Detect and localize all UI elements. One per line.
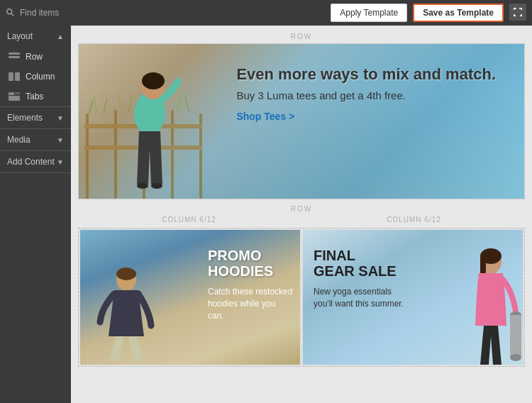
svg-line-1 [11,13,13,16]
svg-line-10 [94,96,96,112]
expand-button[interactable] [509,4,526,21]
search-placeholder[interactable]: Find items [20,8,59,18]
promo-title: PROMO HOODIES [208,248,293,279]
chevron-down-icon: ▼ [57,114,64,122]
bottom-row-label: ROW [78,205,525,213]
svg-rect-29 [510,315,521,358]
apply-template-button[interactable]: Apply Template [331,4,407,22]
row-icon [9,53,20,61]
toolbar-buttons: Apply Template Save as Template [331,4,526,22]
chevron-up-icon: ▲ [57,33,64,40]
bottom-section: ROW COLUMN 6/12 COLUMN 6/12 [78,205,525,367]
add-content-label: Add Content [7,157,55,167]
svg-point-24 [116,267,136,280]
media-section-header[interactable]: Media ▼ [0,129,71,150]
gear-text-area: FINAL GEAR SALE New yoga essentials you'… [314,248,406,310]
toolbar: Find items Apply Template Save as Templa… [0,0,532,26]
hero-subtext: Buy 3 Luma tees and get a 4th free. [236,89,496,101]
svg-point-21 [137,183,148,189]
sidebar-section-elements: Elements ▼ [0,107,71,129]
promo-text-area: PROMO HOODIES Catch these restocked hood… [208,248,293,321]
hero-text-area: Even more ways to mix and match. Buy 3 L… [236,65,496,123]
main-area: Layout ▲ Row Column [0,26,532,403]
elements-label: Elements [7,113,43,123]
hero-headline: Even more ways to mix and match. [236,65,496,84]
content-area: ROW [71,26,532,403]
layout-label: Layout [7,31,33,41]
search-icon [6,8,16,18]
sidebar-section-layout: Layout ▲ Row Column [0,26,71,107]
col-labels-row: COLUMN 6/12 COLUMN 6/12 [78,216,525,223]
elements-section-header[interactable]: Elements ▼ [0,107,71,128]
sidebar-item-row-label: Row [26,52,43,62]
promo-person-figure [87,244,165,365]
sidebar-item-column[interactable]: Column [0,67,71,87]
col-left-label: COLUMN 6/12 [78,216,300,223]
promo-hoodies-card[interactable]: PROMO HOODIES Catch these restocked hood… [80,230,300,365]
sidebar: Layout ▲ Row Column [0,26,71,403]
save-as-template-button[interactable]: Save as Template [413,4,504,22]
svg-point-22 [151,183,162,189]
column-icon [9,72,20,81]
sidebar-item-tabs-label: Tabs [26,92,43,101]
add-content-section-header[interactable]: Add Content ▼ [0,151,71,172]
hero-banner[interactable]: Even more ways to mix and match. Buy 3 L… [78,43,525,199]
search-area: Find items [6,8,59,18]
layout-section-header[interactable]: Layout ▲ [0,26,71,47]
svg-point-0 [7,9,12,14]
svg-point-30 [510,354,521,361]
sidebar-section-add-content: Add Content ▼ [0,151,71,173]
gear-person-figure [452,233,523,365]
gear-sale-card[interactable]: FINAL GEAR SALE New yoga essentials you'… [303,230,523,365]
bottom-cards-row: PROMO HOODIES Catch these restocked hood… [78,228,525,367]
svg-point-20 [142,72,165,89]
svg-line-9 [89,99,93,114]
col-right-label: COLUMN 6/12 [303,216,525,223]
chevron-down-icon-2: ▼ [57,136,64,144]
sidebar-item-tabs[interactable]: Tabs [0,87,71,106]
sidebar-item-row[interactable]: Row [0,47,71,67]
chevron-down-icon-3: ▼ [57,158,64,166]
tabs-icon [9,92,20,101]
hero-row-label: ROW [78,33,525,40]
gear-title: FINAL GEAR SALE [314,248,406,279]
promo-desc: Catch these restocked hoodies while you … [208,286,293,321]
expand-icon [513,7,523,17]
hero-cta-link[interactable]: Shop Tees > [236,111,294,122]
gear-desc: New yoga essentials you'll want this sum… [314,286,406,310]
hero-person-figure [100,50,199,199]
sidebar-item-column-label: Column [26,72,55,82]
sidebar-section-media: Media ▼ [0,129,71,151]
media-label: Media [7,135,31,145]
